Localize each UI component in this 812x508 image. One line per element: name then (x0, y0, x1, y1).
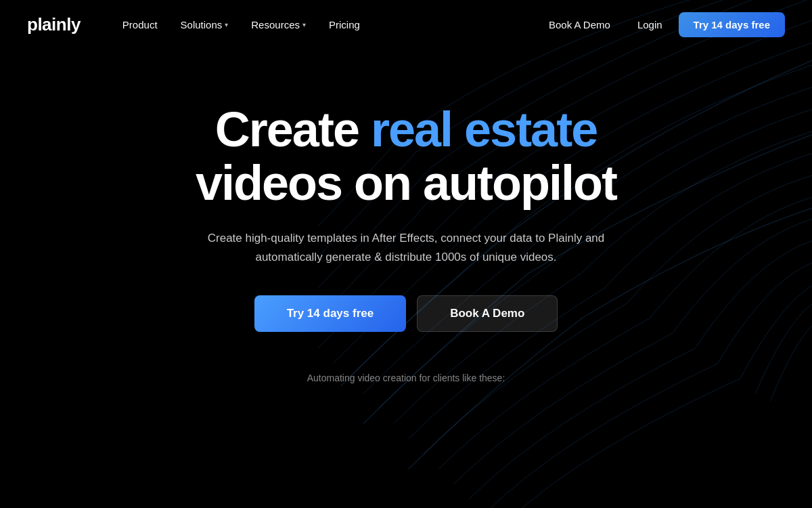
login-button[interactable]: Login (627, 14, 673, 36)
navbar: plainly Product Solutions ▾ Resources ▾ … (0, 0, 812, 49)
book-demo-hero-button[interactable]: Book A Demo (417, 295, 558, 332)
book-demo-nav-button[interactable]: Book A Demo (538, 14, 621, 36)
clients-label: Automating video creation for clients li… (0, 373, 812, 383)
nav-solutions[interactable]: Solutions ▾ (171, 14, 238, 36)
hero-section: Create real estate videos on autopilot C… (0, 49, 812, 332)
logo[interactable]: plainly (27, 14, 81, 35)
nav-links: Product Solutions ▾ Resources ▾ Pricing (113, 14, 538, 36)
hero-buttons: Try 14 days free Book A Demo (254, 295, 558, 332)
try-free-nav-button[interactable]: Try 14 days free (679, 12, 785, 37)
solutions-chevron-icon: ▾ (225, 21, 228, 28)
nav-right: Book A Demo Login Try 14 days free (538, 12, 785, 37)
nav-pricing[interactable]: Pricing (319, 14, 369, 36)
try-free-hero-button[interactable]: Try 14 days free (254, 295, 407, 332)
hero-headline: Create real estate videos on autopilot (196, 103, 616, 210)
nav-product[interactable]: Product (113, 14, 167, 36)
resources-chevron-icon: ▾ (302, 21, 306, 28)
nav-resources[interactable]: Resources ▾ (242, 14, 315, 36)
hero-subtext: Create high-quality templates in After E… (196, 229, 616, 267)
